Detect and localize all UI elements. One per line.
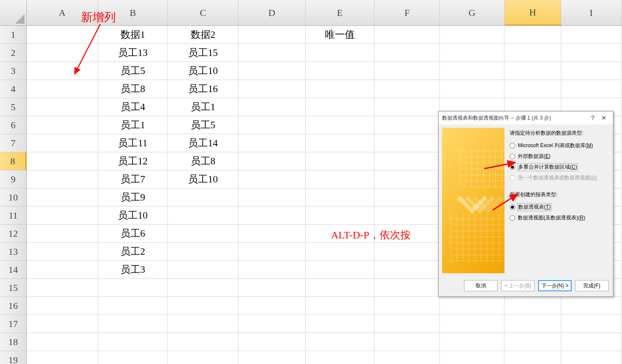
col-header-D[interactable]: D <box>238 0 306 25</box>
cell-A19[interactable] <box>27 351 98 364</box>
row-header-11[interactable]: 11 <box>0 207 26 225</box>
cell-B17[interactable] <box>98 315 168 333</box>
cell-F6[interactable] <box>374 116 440 134</box>
col-header-A[interactable]: A <box>27 0 98 25</box>
cell-E9[interactable] <box>306 170 374 188</box>
cell-E16[interactable] <box>306 297 374 315</box>
cell-D19[interactable] <box>238 351 306 364</box>
cell-I16[interactable] <box>561 297 622 315</box>
row-header-12[interactable]: 12 <box>0 225 26 243</box>
cell-D2[interactable] <box>238 44 306 62</box>
cell-F18[interactable] <box>374 333 440 351</box>
row-header-18[interactable]: 18 <box>0 333 26 351</box>
cell-H3[interactable] <box>504 62 561 80</box>
cell-F13[interactable] <box>374 243 440 261</box>
cell-B12[interactable]: 员工6 <box>98 225 168 243</box>
cell-G18[interactable] <box>440 333 504 351</box>
cell-D6[interactable] <box>238 116 306 134</box>
cell-E19[interactable] <box>306 351 374 364</box>
cell-D4[interactable] <box>238 80 306 98</box>
cell-F16[interactable] <box>374 297 440 315</box>
row-header-13[interactable]: 13 <box>0 243 26 261</box>
cell-A4[interactable] <box>27 80 98 98</box>
cell-C16[interactable] <box>168 297 238 315</box>
cell-G17[interactable] <box>440 315 504 333</box>
row-header-4[interactable]: 4 <box>0 80 26 98</box>
col-header-C[interactable]: C <box>168 0 238 25</box>
cell-E2[interactable] <box>306 44 374 62</box>
cell-H18[interactable] <box>504 333 561 351</box>
cell-B16[interactable] <box>98 297 168 315</box>
cell-E4[interactable] <box>306 80 374 98</box>
cell-E6[interactable] <box>306 116 374 134</box>
row-header-19[interactable]: 19 <box>0 351 26 364</box>
row-header-7[interactable]: 7 <box>0 134 26 152</box>
cell-A12[interactable] <box>27 225 98 243</box>
cell-D5[interactable] <box>238 98 306 116</box>
cell-B15[interactable] <box>98 279 168 297</box>
cell-B2[interactable]: 员工13 <box>98 44 168 62</box>
cell-E12[interactable] <box>306 225 374 243</box>
source-option-0[interactable]: Microsoft Excel 列表或数据库(M) <box>510 140 606 151</box>
cell-B3[interactable]: 员工5 <box>98 62 168 80</box>
cell-B9[interactable]: 员工7 <box>98 170 168 188</box>
cell-E11[interactable] <box>306 207 374 225</box>
cell-B19[interactable] <box>98 351 168 364</box>
cell-E3[interactable] <box>306 62 374 80</box>
cell-C17[interactable] <box>168 315 238 333</box>
cell-B8[interactable]: 员工12 <box>98 152 168 170</box>
report-option-1[interactable]: 数据透视图(及数据透视表)(R) <box>510 213 606 223</box>
row-header-6[interactable]: 6 <box>0 116 26 134</box>
cell-E17[interactable] <box>306 315 374 333</box>
cell-A10[interactable] <box>27 188 98 207</box>
report-option-0[interactable]: 数据透视表(T) <box>510 202 606 213</box>
row-header-17[interactable]: 17 <box>0 315 26 333</box>
cell-F12[interactable] <box>374 225 440 243</box>
select-all-corner[interactable] <box>0 0 27 26</box>
cell-B6[interactable]: 员工1 <box>98 116 168 134</box>
cell-A14[interactable] <box>27 261 98 279</box>
cell-E7[interactable] <box>306 134 374 152</box>
cell-G16[interactable] <box>440 297 504 315</box>
row-header-8[interactable]: 8 <box>0 152 26 170</box>
cell-C13[interactable] <box>168 243 238 261</box>
cell-A9[interactable] <box>27 170 98 188</box>
cell-F2[interactable] <box>374 44 440 62</box>
row-header-14[interactable]: 14 <box>0 261 26 279</box>
cell-D1[interactable] <box>238 26 306 44</box>
cell-D13[interactable] <box>238 243 306 261</box>
cell-A2[interactable] <box>27 44 98 62</box>
row-header-15[interactable]: 15 <box>0 279 26 297</box>
cell-H4[interactable] <box>504 80 561 98</box>
cell-C7[interactable]: 员工14 <box>168 134 238 152</box>
source-option-1[interactable]: 外部数据源(E) <box>510 151 606 162</box>
cell-E1[interactable]: 唯一值 <box>306 26 374 44</box>
cell-A7[interactable] <box>27 134 98 152</box>
source-option-2[interactable]: 多重合并计算数据区域(C) <box>510 162 606 173</box>
cell-H2[interactable] <box>504 44 561 62</box>
cell-D12[interactable] <box>238 225 306 243</box>
cell-E10[interactable] <box>306 188 374 207</box>
cell-D14[interactable] <box>238 261 306 279</box>
row-header-9[interactable]: 9 <box>0 170 26 188</box>
row-header-3[interactable]: 3 <box>0 62 26 80</box>
cell-E18[interactable] <box>306 333 374 351</box>
col-header-E[interactable]: E <box>306 0 374 25</box>
cell-B14[interactable]: 员工3 <box>98 261 168 279</box>
cell-C11[interactable] <box>168 207 238 225</box>
row-header-10[interactable]: 10 <box>0 188 26 207</box>
cell-C8[interactable]: 员工8 <box>168 152 238 170</box>
cell-E15[interactable] <box>306 279 374 297</box>
cell-B7[interactable]: 员工11 <box>98 134 168 152</box>
cell-A11[interactable] <box>27 207 98 225</box>
close-icon[interactable]: ✕ <box>598 113 610 123</box>
cell-F8[interactable] <box>374 152 440 170</box>
cell-G2[interactable] <box>440 44 504 62</box>
cell-B13[interactable]: 员工2 <box>98 243 168 261</box>
cell-D17[interactable] <box>238 315 306 333</box>
cell-C10[interactable] <box>168 188 238 207</box>
cell-F1[interactable] <box>374 26 440 44</box>
cell-B1[interactable]: 数据1 <box>98 26 168 44</box>
cell-C1[interactable]: 数据2 <box>168 26 238 44</box>
cell-F10[interactable] <box>374 188 440 207</box>
